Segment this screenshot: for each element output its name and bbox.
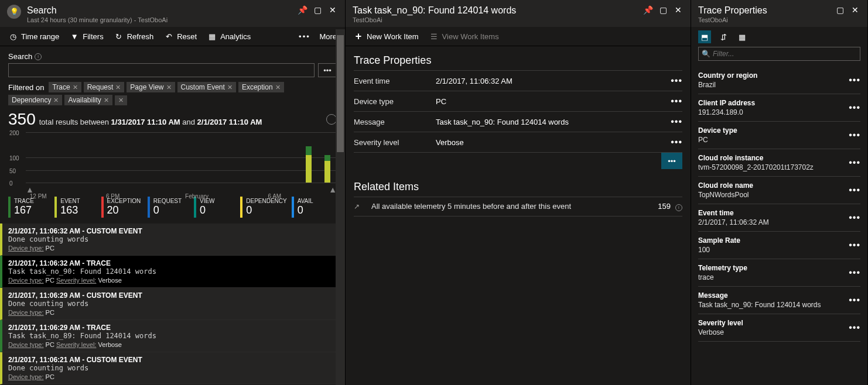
pin-icon[interactable]: 📌 [297,5,307,15]
search-more-button[interactable]: ••• [318,63,337,77]
property-value: PC [436,97,668,106]
log-item[interactable]: 2/1/2017, 11:06:32 AM - TRACETask task_n… [0,256,345,288]
reset-button[interactable]: ↶Reset [164,32,197,41]
metric-trace[interactable]: TRACE167 [8,197,53,218]
metric-event[interactable]: EVENT163 [54,197,100,218]
filter-chip[interactable]: Page View ✕ [127,82,175,92]
chip-remove-icon[interactable]: ✕ [73,84,78,91]
log-header: 2/1/2017, 11:06:32 AM - CUSTOM EVENT [8,227,339,235]
property-value: 2/1/2017, 11:06:32 AM [698,218,846,226]
metric-value: 0 [298,204,333,216]
trace-property-row: Device typePC••• [698,122,860,149]
log-header: 2/1/2017, 11:06:29 AM - CUSTOM EVENT [8,291,339,300]
property-label: Country or region [698,71,846,80]
refresh-button[interactable]: ↻Refresh [114,32,154,41]
filter-chip[interactable]: Trace ✕ [49,82,81,92]
property-actions-button[interactable]: ••• [846,322,860,333]
pin-icon[interactable]: 📌 [643,5,653,15]
log-item[interactable]: 2/1/2017, 11:06:29 AM - TRACETask task_n… [0,320,345,352]
log-message: Task task_no_89: Found 124014 words [8,332,339,340]
log-item[interactable]: 2/1/2017, 11:06:21 AM - CUSTOM EVENTDone… [0,352,345,384]
view-work-items-button[interactable]: ☰View Work Items [429,32,499,41]
trace-property-row: Cloud role instancetvm-57200098_2-201702… [698,149,860,177]
panel-header: Trace Properties TestOboAi ▢ ✕ [691,0,867,27]
chip-remove-icon[interactable]: ✕ [166,84,172,91]
log-meta: Device type: PC Severity level: Verbose [8,277,339,284]
panel-subtitle: TestOboAi [698,16,835,23]
related-items-heading: Related Items [354,181,682,193]
metric-view[interactable]: VIEW0 [194,197,239,218]
filter-chip-extra[interactable]: ✕ [115,95,127,105]
property-actions-button[interactable]: ••• [846,185,860,195]
metric-value: 0 [246,204,286,216]
time-range-button[interactable]: ◷Time range [8,32,59,41]
more-properties-button[interactable]: ••• [661,153,682,169]
filter-chip[interactable]: Dependency ✕ [8,95,62,105]
new-work-item-button[interactable]: +New Work Item [354,32,419,41]
related-item-row[interactable]: ↗ All available telemetry 5 minutes befo… [354,197,682,216]
chip-remove-icon[interactable]: ✕ [115,84,121,91]
log-meta: Device type: PC Severity level: Verbose [8,341,339,348]
analytics-button[interactable]: ▦Analytics [207,32,251,41]
metric-value: 20 [107,204,143,216]
chip-remove-icon[interactable]: ✕ [104,97,109,104]
close-icon[interactable]: ✕ [850,5,860,15]
chip-remove-icon[interactable]: ✕ [118,97,124,104]
log-item[interactable]: 2/1/2017, 11:06:32 AM - CUSTOM EVENTDone… [0,224,345,256]
view-mode-1-button[interactable]: ⬒ [698,30,711,43]
chip-remove-icon[interactable]: ✕ [227,84,233,91]
detail-panel: Task task_no_90: Found 124014 words Test… [346,0,691,385]
search-content: Search i ••• Filtered on Trace ✕Request … [0,46,345,385]
property-key: Severity level [354,138,436,147]
property-actions-button[interactable]: ••• [846,295,860,305]
metric-avail[interactable]: AVAIL0 [292,197,337,218]
metric-request[interactable]: REQUEST0 [148,197,193,218]
panel-title: Trace Properties [698,5,835,16]
related-count: 159 [647,202,671,211]
more-button[interactable]: ••• More [299,32,337,41]
filter-chip[interactable]: Exception ✕ [238,82,284,92]
close-icon[interactable]: ✕ [327,5,338,15]
maximize-icon[interactable]: ▢ [312,5,323,15]
detail-content: Trace Properties Event time2/1/2017, 11:… [346,46,691,385]
property-actions-button[interactable]: ••• [846,157,860,168]
results-chart[interactable]: 05010020012 PM6 PMFebruary6 AM▲▲ [8,132,337,191]
maximize-icon[interactable]: ▢ [658,5,668,15]
properties-filter-input[interactable] [698,47,860,61]
close-icon[interactable]: ✕ [673,5,684,15]
filters-button[interactable]: ▼Filters [70,32,103,41]
bulb-icon: 💡 [7,5,21,19]
property-actions-button[interactable]: ••• [668,137,682,147]
property-actions-button[interactable]: ••• [846,212,860,223]
search-input[interactable] [8,63,315,77]
property-actions-button[interactable]: ••• [668,75,682,86]
property-row: MessageTask task_no_90: Found 124014 wor… [354,112,682,132]
view-mode-2-button[interactable]: ⇵ [717,30,730,43]
log-header: 2/1/2017, 11:06:21 AM - CUSTOM EVENT [8,356,339,364]
metric-value: 0 [153,204,189,216]
metric-value: 167 [14,204,50,216]
scrollbar-thumb[interactable] [337,35,344,152]
property-actions-button[interactable]: ••• [846,240,860,250]
filter-chip[interactable]: Custom Event ✕ [177,82,236,92]
log-item[interactable]: 2/1/2017, 11:06:29 AM - CUSTOM EVENTDone… [0,288,345,320]
property-actions-button[interactable]: ••• [846,130,860,140]
property-actions-button[interactable]: ••• [846,267,860,278]
view-mode-3-button[interactable]: ▦ [736,30,749,43]
property-actions-button[interactable]: ••• [846,75,860,85]
metric-exception[interactable]: EXCEPTION20 [101,197,146,218]
property-actions-button[interactable]: ••• [668,96,682,106]
maximize-icon[interactable]: ▢ [835,5,845,15]
metric-dependency[interactable]: DEPENDENCY0 [240,197,290,218]
property-label: Device type [698,126,846,135]
info-icon[interactable]: i [675,204,682,211]
property-actions-button[interactable]: ••• [668,116,682,127]
chip-remove-icon[interactable]: ✕ [53,97,59,104]
undo-icon: ↶ [164,32,173,41]
property-actions-button[interactable]: ••• [846,102,860,113]
filter-chip[interactable]: Request ✕ [84,82,125,92]
scrollbar[interactable] [336,29,345,385]
chip-remove-icon[interactable]: ✕ [275,84,281,91]
filter-chip[interactable]: Availability ✕ [64,95,112,105]
info-icon[interactable]: i [35,53,42,60]
